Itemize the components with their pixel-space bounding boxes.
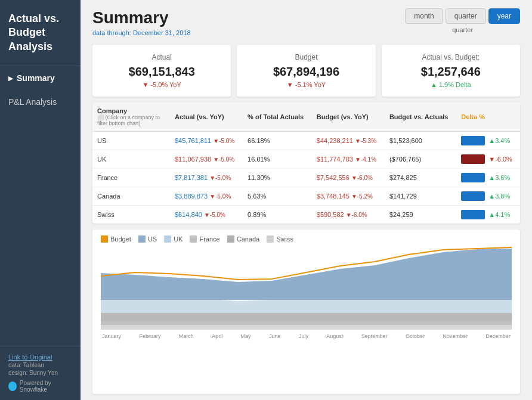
link-original[interactable]: Link to Original <box>8 354 52 361</box>
kpi-actual-change: ▼ -5.0% YoY <box>143 81 181 88</box>
legend-uk-label: UK <box>174 235 183 243</box>
main-content: Summary data through: December 31, 2018 … <box>81 0 532 400</box>
kpi-actual-value: $69,151,843 <box>129 65 195 79</box>
quarter-label: quarter <box>452 26 473 33</box>
legend-france-label: France <box>199 235 219 243</box>
kpi-budget-label: Budget <box>295 53 317 61</box>
kpi-budget-value: $67,894,196 <box>273 65 339 79</box>
legend-uk-dot <box>164 235 171 243</box>
legend-us-label: US <box>148 235 157 243</box>
kpi-avb-label: Actual vs. Budget: <box>422 53 480 61</box>
table-row[interactable]: UK $11,067,938 ▼-5.0% 16.01% $11,774,703… <box>92 150 520 169</box>
cell-bva: ($706,765) <box>385 150 456 169</box>
col-pct: % of Total Actuals <box>243 103 312 132</box>
area-chart-section: Budget US UK France Canada Swiss <box>92 230 520 394</box>
area-chart-svg <box>101 246 512 330</box>
x-label-mar: March <box>179 333 194 339</box>
col-company: Company ⬜ (Click on a company to filter … <box>92 103 170 132</box>
sidebar-item-summary[interactable]: ▶ Summary <box>0 66 81 90</box>
legend-canada-dot <box>227 235 234 243</box>
kpi-avb-change: ▲ 1.9% Delta <box>431 81 471 88</box>
cell-company: Canada <box>92 187 170 206</box>
x-label-oct: October <box>406 333 425 339</box>
cell-pct: 11.30% <box>243 169 312 187</box>
legend-swiss-dot <box>267 235 274 243</box>
quarter-button[interactable]: quarter <box>446 8 486 24</box>
arrow-icon: ▶ <box>8 75 13 82</box>
sidebar-item-pl[interactable]: P&L Analysis <box>0 90 81 114</box>
cell-company: US <box>92 132 170 150</box>
cell-budget: $7,542,556 ▼-6.0% <box>312 169 385 187</box>
legend-uk: UK <box>164 235 183 243</box>
x-label-feb: February <box>139 333 160 339</box>
legend-us: US <box>138 235 157 243</box>
cell-delta: ▲3.8% <box>456 187 520 206</box>
col-delta: Delta % <box>456 103 520 132</box>
us-area <box>101 249 512 300</box>
kpi-avb: Actual vs. Budget: $1,257,646 ▲ 1.9% Del… <box>382 45 520 97</box>
cell-budget: $44,238,211 ▼-5.3% <box>312 132 385 150</box>
cell-bva: $1,523,600 <box>385 132 456 150</box>
cell-actual: $45,761,811 ▼-5.0% <box>170 132 243 150</box>
table-row[interactable]: Canada $3,889,873 ▼-5.0% 5.63% $3,748,14… <box>92 187 520 206</box>
snowflake-branding: Powered by Snowflake <box>8 380 72 393</box>
kpi-actual: Actual $69,151,843 ▼ -5.0% YoY <box>92 45 231 97</box>
cell-bva: $24,259 <box>385 206 456 224</box>
cell-delta: ▲4.1% <box>456 206 520 224</box>
header-right: month quarter year quarter <box>405 8 520 33</box>
cell-pct: 0.89% <box>243 206 312 224</box>
cell-bva: $141,729 <box>385 187 456 206</box>
cell-actual: $7,817,381 ▼-5.0% <box>170 169 243 187</box>
time-filters: month quarter year <box>405 8 520 24</box>
data-table: Company ⬜ (Click on a company to filter … <box>92 103 520 224</box>
table-row[interactable]: US $45,761,811 ▼-5.0% 66.18% $44,238,211… <box>92 132 520 150</box>
cell-delta: ▲3.6% <box>456 169 520 187</box>
col-budget: Budget (vs. YoY) <box>312 103 385 132</box>
x-axis-labels: January February March April May June Ju… <box>101 333 512 339</box>
sidebar-footer: Link to Original data: Tableau design: S… <box>0 346 81 400</box>
legend-france: France <box>190 235 219 243</box>
sidebar-title: Actual vs. Budget Analysis <box>0 0 81 66</box>
kpi-budget-change: ▼ -5.1% YoY <box>287 81 326 88</box>
data-line: data: Tableau <box>8 362 72 368</box>
cell-actual: $614,840 ▼-5.0% <box>170 206 243 224</box>
legend-swiss-label: Swiss <box>276 235 293 243</box>
x-label-sep: September <box>361 333 388 339</box>
cell-company: Swiss <box>92 206 170 224</box>
legend-budget-dot <box>101 235 108 243</box>
sidebar-item-label: P&L Analysis <box>8 97 57 107</box>
x-label-aug: August <box>326 333 343 339</box>
col-bva: Budget vs. Actuals <box>385 103 456 132</box>
x-label-may: May <box>241 333 251 339</box>
table-row[interactable]: France $7,817,381 ▼-5.0% 11.30% $7,542,5… <box>92 169 520 187</box>
kpi-budget: Budget $67,894,196 ▼ -5.1% YoY <box>237 45 375 97</box>
kpi-actual-label: Actual <box>151 53 171 61</box>
x-label-jan: January <box>102 333 121 339</box>
legend-us-dot <box>138 235 146 243</box>
page-title: Summary <box>92 8 191 27</box>
cell-actual: $11,067,938 ▼-5.0% <box>170 150 243 169</box>
cell-pct: 5.63% <box>243 187 312 206</box>
kpi-avb-value: $1,257,646 <box>421 65 481 79</box>
cell-actual: $3,889,873 ▼-5.0% <box>170 187 243 206</box>
legend-canada-label: Canada <box>237 235 260 243</box>
x-label-jul: July <box>299 333 308 339</box>
cell-company: France <box>92 169 170 187</box>
col-actual: Actual (vs. YoY) <box>170 103 243 132</box>
legend-budget-label: Budget <box>110 235 131 243</box>
month-button[interactable]: month <box>405 8 443 24</box>
legend-canada: Canada <box>227 235 260 243</box>
chart-legend: Budget US UK France Canada Swiss <box>101 235 512 243</box>
cell-bva: $274,825 <box>385 169 456 187</box>
page-header: Summary data through: December 31, 2018 … <box>81 0 532 39</box>
table-row[interactable]: Swiss $614,840 ▼-5.0% 0.89% $590,582 ▼-6… <box>92 206 520 224</box>
cell-company: UK <box>92 150 170 169</box>
cell-budget: $3,748,145 ▼-5.2% <box>312 187 385 206</box>
x-label-dec: December <box>485 333 511 339</box>
cell-delta: ▲3.4% <box>456 132 520 150</box>
cell-pct: 66.18% <box>243 132 312 150</box>
legend-budget: Budget <box>101 235 131 243</box>
data-through: data through: December 31, 2018 <box>92 29 191 36</box>
header-left: Summary data through: December 31, 2018 <box>92 8 191 36</box>
year-button[interactable]: year <box>488 8 520 24</box>
